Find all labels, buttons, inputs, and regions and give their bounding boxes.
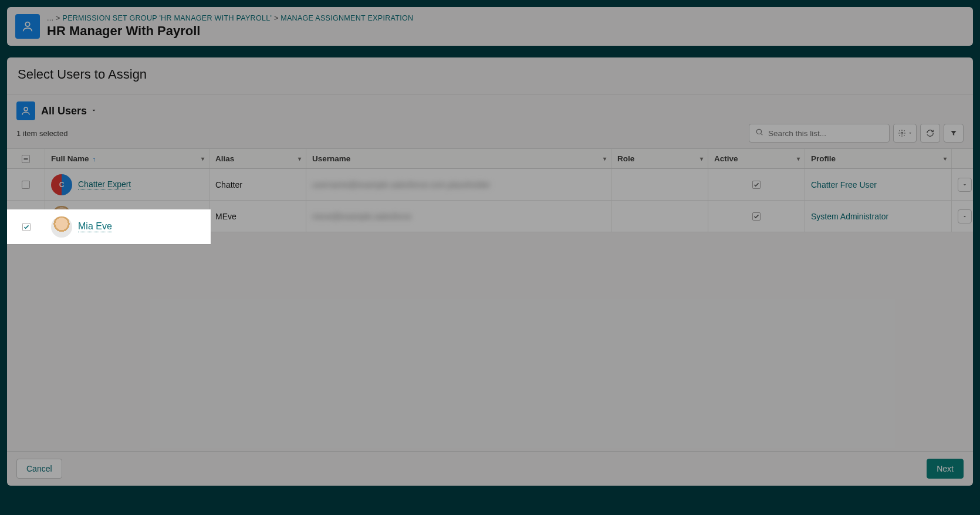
- svg-point-0: [25, 22, 29, 26]
- users-icon: [16, 101, 35, 120]
- user-name-link[interactable]: Mia Eve: [78, 221, 112, 232]
- search-input-wrapper[interactable]: [749, 124, 890, 143]
- breadcrumb-sep: >: [274, 14, 279, 22]
- col-active[interactable]: Active▾: [708, 149, 805, 168]
- active-cell: [708, 169, 805, 200]
- role-cell: [611, 169, 708, 200]
- row-actions-button[interactable]: [958, 209, 972, 223]
- filter-button[interactable]: [944, 124, 964, 143]
- sort-asc-icon: ↑: [93, 155, 96, 162]
- breadcrumb-manage-assignment[interactable]: MANAGE ASSIGNMENT EXPIRATION: [281, 14, 413, 22]
- search-icon: [755, 128, 763, 138]
- search-input[interactable]: [768, 129, 883, 138]
- svg-point-3: [901, 132, 903, 134]
- svg-point-2: [756, 129, 761, 134]
- list-view-selector[interactable]: All Users: [41, 105, 97, 117]
- list-settings-button[interactable]: [893, 124, 917, 143]
- chevron-down-icon: ▾: [201, 155, 204, 162]
- alias-cell: MEve: [209, 201, 306, 232]
- svg-point-1: [24, 107, 28, 111]
- role-cell: [611, 201, 708, 232]
- row-checkbox[interactable]: [7, 209, 45, 244]
- main-panel: Select Users to Assign All Users 1 item …: [7, 57, 973, 486]
- chevron-down-icon: [90, 106, 97, 116]
- breadcrumb-ellipsis: ...: [47, 14, 53, 22]
- chevron-down-icon: ▾: [944, 155, 947, 162]
- username-cell: username@example.salesforce.com.placehol…: [312, 180, 491, 189]
- username-cell: meve@example.salesforce: [312, 212, 411, 221]
- cancel-button[interactable]: Cancel: [16, 459, 62, 479]
- col-full-name[interactable]: Full Name↑▾: [45, 149, 209, 168]
- avatar: C: [51, 174, 72, 195]
- select-all-cell[interactable]: [7, 149, 45, 168]
- row-checkbox[interactable]: [7, 169, 45, 200]
- page-title: HR Manager With Payroll: [47, 23, 413, 39]
- profile-link[interactable]: System Administrator: [811, 212, 888, 221]
- avatar: [51, 216, 72, 238]
- chevron-down-icon: ▾: [298, 155, 301, 162]
- col-profile[interactable]: Profile▾: [805, 149, 952, 168]
- col-alias[interactable]: Alias▾: [209, 149, 306, 168]
- selected-count: 1 item selected: [16, 129, 67, 138]
- svg-rect-5: [24, 158, 28, 160]
- active-cell: [708, 201, 805, 232]
- footer: Cancel Next: [7, 451, 973, 486]
- refresh-button[interactable]: [920, 124, 940, 143]
- breadcrumb-permission-set-group[interactable]: PERMISSION SET GROUP 'HR MANAGER WITH PA…: [63, 14, 272, 22]
- row-actions-button[interactable]: [958, 178, 972, 192]
- list-view-header: All Users: [7, 94, 973, 124]
- chevron-down-icon: ▾: [797, 155, 800, 162]
- svg-rect-6: [22, 181, 29, 188]
- col-username[interactable]: Username▾: [306, 149, 611, 168]
- alias-cell: Chatter: [209, 169, 306, 200]
- col-actions: [952, 149, 978, 168]
- breadcrumb-sep: >: [56, 14, 60, 22]
- chevron-down-icon: ▾: [603, 155, 606, 162]
- table-header: Full Name↑▾ Alias▾ Username▾ Role▾ Activ…: [7, 149, 973, 169]
- next-button[interactable]: Next: [927, 459, 964, 479]
- permission-set-icon: [15, 14, 40, 39]
- page-header-card: ... > PERMISSION SET GROUP 'HR MANAGER W…: [7, 7, 973, 46]
- highlighted-row: Mia Eve: [7, 209, 211, 244]
- section-title: Select Users to Assign: [7, 57, 973, 94]
- col-role[interactable]: Role▾: [611, 149, 708, 168]
- list-view-name: All Users: [41, 105, 87, 117]
- user-name-link[interactable]: Chatter Expert: [78, 179, 131, 189]
- profile-link[interactable]: Chatter Free User: [811, 180, 877, 189]
- table-row: C Chatter Expert Chatter username@exampl…: [7, 169, 973, 201]
- chevron-down-icon: ▾: [700, 155, 703, 162]
- breadcrumb: ... > PERMISSION SET GROUP 'HR MANAGER W…: [47, 14, 413, 22]
- indeterminate-checkbox-icon: [22, 155, 30, 163]
